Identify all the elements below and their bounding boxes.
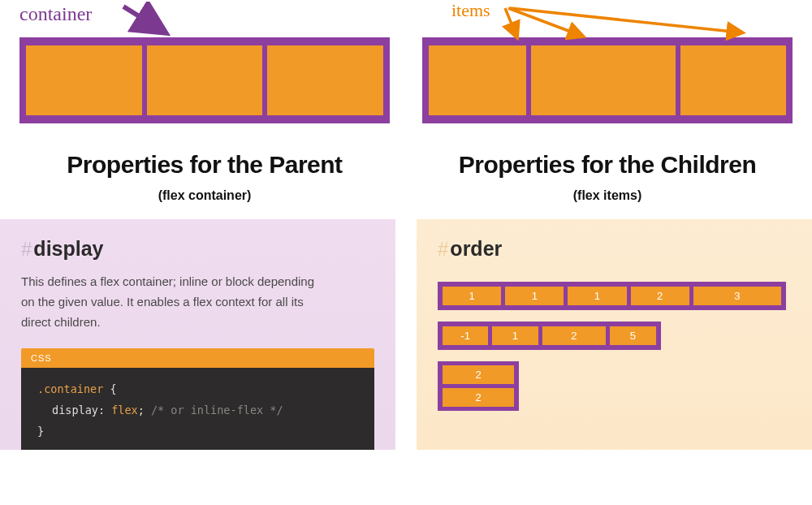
code-selector: .container [37, 382, 103, 395]
order-cell: 2 [631, 287, 689, 305]
order-cell: 2 [542, 326, 607, 345]
code-colon: : [98, 404, 111, 417]
parent-headline: Properties for the Parent (flex containe… [19, 151, 390, 203]
parent-subtitle: (flex container) [19, 188, 390, 203]
parent-title: Properties for the Parent [19, 151, 390, 179]
order-cell: -1 [443, 326, 488, 345]
order-cell: 1 [505, 287, 564, 305]
demo-item [267, 45, 383, 115]
order-demo: 1 1 1 2 3 -1 1 2 5 2 2 [438, 282, 791, 411]
items-label: items [451, 0, 490, 21]
demo-item [26, 45, 142, 115]
display-panel: #display This defines a flex container; … [0, 219, 395, 450]
display-heading: display [33, 237, 103, 260]
code-value: flex [111, 404, 138, 417]
hash-icon: # [438, 238, 448, 260]
demo-item [531, 45, 676, 115]
code-brace-close: } [37, 425, 44, 438]
code-prop: display [52, 404, 98, 417]
order-cell: 5 [610, 326, 655, 345]
arrow-to-container-icon [117, 2, 182, 41]
order-column: 2 2 [438, 361, 519, 411]
hash-icon: # [21, 238, 32, 260]
order-cell: 1 [443, 287, 501, 305]
code-semi: ; [138, 404, 145, 417]
children-subtitle: (flex items) [422, 188, 793, 203]
flex-container-demo [19, 37, 390, 123]
code-body: .container { display: flex; /* or inline… [21, 368, 374, 450]
order-heading: order [450, 237, 502, 260]
demo-item [147, 45, 263, 115]
order-cell: 3 [693, 287, 781, 305]
demo-item [680, 45, 786, 115]
children-headline: Properties for the Children (flex items) [422, 151, 793, 203]
code-brace-open: { [110, 382, 116, 395]
children-column: items Properties for the Children (flex … [422, 0, 793, 203]
flex-items-demo [422, 37, 793, 123]
display-description: This defines a flex container; inline or… [21, 272, 330, 332]
parent-column: container Properties for the Parent (fle… [19, 0, 390, 203]
order-row: -1 1 2 5 [438, 322, 661, 350]
order-panel: #order 1 1 1 2 3 -1 1 2 5 2 2 [417, 219, 812, 450]
order-cell: 2 [443, 388, 514, 407]
order-cell: 1 [492, 326, 538, 345]
code-comment: /* or inline-flex */ [151, 404, 283, 417]
order-row: 1 1 1 2 3 [438, 282, 786, 310]
order-cell: 2 [443, 365, 514, 384]
arrows-to-items-icon [500, 3, 760, 44]
children-title: Properties for the Children [422, 151, 793, 179]
container-label: container [19, 3, 92, 25]
code-lang-badge: CSS [21, 348, 374, 368]
demo-item [429, 45, 526, 115]
order-cell: 1 [568, 287, 626, 305]
code-block: CSS .container { display: flex; /* or in… [21, 348, 374, 450]
